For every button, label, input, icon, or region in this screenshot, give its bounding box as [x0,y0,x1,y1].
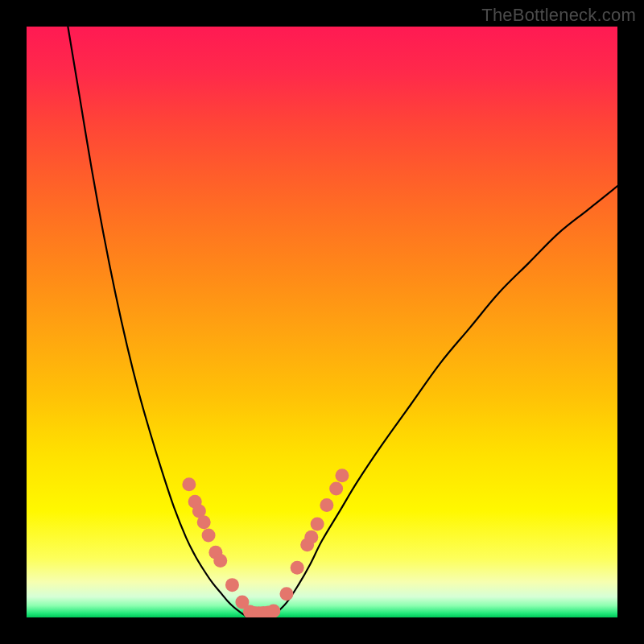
data-marker [182,477,196,491]
data-marker [311,518,324,531]
data-marker [320,498,333,512]
bottleneck-curve [68,27,617,617]
plot-area [27,27,617,617]
watermark-text: TheBottleneck.com [481,5,636,26]
curve-svg [27,27,617,617]
marker-group [182,469,349,617]
data-marker [266,604,280,617]
chart-frame: TheBottleneck.com [0,0,644,644]
data-marker [329,481,343,495]
data-marker [197,515,211,529]
data-marker [279,587,293,601]
data-marker [225,578,239,592]
data-marker [304,530,318,544]
data-marker [213,554,227,568]
data-marker [335,469,349,482]
data-marker [202,528,216,542]
data-marker [291,561,304,575]
